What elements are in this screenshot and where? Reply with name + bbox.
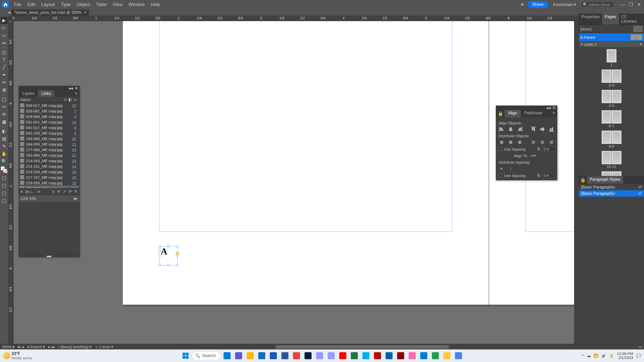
tool-direct-selection[interactable]: ▷ [1, 24, 8, 31]
paragraph-styles-list[interactable]: [Basic Paragraph]+⏎[Basic Paragraph]+⏎ [579, 184, 644, 197]
dist-left-icon[interactable]: ▥ [530, 139, 536, 145]
align-left-icon[interactable] [499, 126, 505, 132]
tab-expand-icon[interactable]: ▸ [8, 9, 12, 16]
align-top-icon[interactable] [530, 126, 536, 132]
pages-thumbnails[interactable]: 12-34-56-78-910-1112-1314-15 [579, 47, 644, 180]
link-row[interactable]: 154-083_ME copy.jpg26 [19, 136, 79, 141]
taskbar-app-4[interactable] [268, 351, 278, 361]
use-spacing-checkbox[interactable] [499, 147, 502, 151]
menu-edit[interactable]: Edit [24, 2, 38, 7]
tray-wifi-icon[interactable]: 📶 [594, 353, 598, 358]
document-canvas[interactable]: A [14, 21, 579, 349]
taskbar-app-17[interactable] [419, 351, 429, 361]
section-menu-icon[interactable]: ▾ [640, 42, 642, 47]
taskbar-app-14[interactable] [384, 351, 394, 361]
taskbar-app-15[interactable] [395, 351, 406, 361]
spread-thumb[interactable]: 1 [607, 49, 617, 67]
dist-top-icon[interactable]: ▦ [499, 139, 505, 145]
tool-scissors[interactable]: ✂ [1, 103, 8, 110]
align-right-icon[interactable] [517, 126, 523, 132]
links-prev-icon[interactable]: ◂ [20, 189, 22, 194]
link-row[interactable]: 031-021_ME copy.jpg14 [19, 119, 79, 125]
align-to-dropdown[interactable]: ▭▾ [530, 153, 536, 159]
master-row[interactable]: [None] [579, 25, 644, 33]
links-page-col-icon[interactable]: ▭ [73, 97, 78, 102]
frame-handle-sw[interactable] [159, 264, 161, 266]
link-page[interactable]: 33 [70, 159, 76, 163]
tool-content-collector[interactable]: ◫ [1, 49, 8, 56]
link-row[interactable]: 164-095_ME copy.jpg11 [19, 141, 79, 147]
link-page[interactable]: 3 [70, 131, 76, 135]
links-header-name[interactable]: Name [20, 98, 63, 102]
menu-layout[interactable]: Layout [38, 2, 58, 7]
link-row[interactable]: 177-083_ME copy.jpg34 [19, 147, 79, 152]
menu-window[interactable]: Window [126, 2, 148, 7]
paragraph-styles-tab[interactable]: Paragraph Styles [587, 176, 623, 184]
link-page[interactable]: 24 [70, 164, 76, 168]
para-lock-icon[interactable]: 🔒 [579, 176, 587, 184]
update-link-icon[interactable]: ⟳ [69, 189, 72, 194]
tray-volume-icon[interactable]: 🔊 [601, 353, 606, 358]
panel-collapse-icon[interactable]: ◂◂ [68, 85, 73, 91]
page-thumb[interactable] [601, 151, 612, 164]
menu-file[interactable]: File [11, 2, 24, 7]
tool-gradient-swatch[interactable]: ▦ [1, 118, 8, 125]
page-thumb[interactable] [612, 69, 622, 83]
paragraph-style-row[interactable]: [Basic Paragraph]+⏎ [579, 184, 644, 190]
link-row[interactable]: 217-157_ME copy.jpg28 [19, 174, 79, 180]
paragraph-style-row[interactable]: [Basic Paragraph]+⏎ [579, 190, 644, 197]
link-row[interactable]: 028-017_ME copy.jpg35 [19, 103, 79, 108]
link-page[interactable]: 22 [70, 153, 76, 157]
notifications-icon[interactable]: 💬 [636, 353, 641, 358]
panel-collapse-icon[interactable]: ◂◂ [546, 105, 551, 111]
page-field[interactable]: A-Parent▾ [25, 344, 47, 349]
dist-vcenter-icon[interactable]: ▦ [508, 139, 514, 145]
link-info-header[interactable]: Link Info ◂ ▸ [19, 195, 79, 202]
page-thumb[interactable] [612, 90, 622, 103]
tool-screen-mode[interactable]: ▢ [1, 197, 8, 204]
dist-hspace-icon[interactable]: ⫶ [508, 165, 514, 171]
taskbar-clock[interactable]: 12:09 PM 2/1/2023 [617, 352, 633, 360]
dist-vspace-icon[interactable]: ⫸ [499, 165, 505, 171]
tool-page[interactable]: ▭ [1, 32, 8, 39]
link-row[interactable]: 214-101_ME copy.jpg24 [19, 163, 79, 169]
window-minimize[interactable]: — [620, 2, 626, 7]
tool-eyedropper[interactable]: ✎ [1, 143, 8, 150]
taskbar-app-0[interactable] [222, 351, 232, 361]
taskbar-app-10[interactable] [338, 351, 348, 361]
pages-section-header[interactable]: ▾ Letter V ▾ [579, 41, 644, 47]
page-last-icon[interactable]: ⏭ [51, 345, 55, 349]
page-thumb[interactable] [601, 90, 612, 103]
links-status-col-icon[interactable]: ⚠ [63, 97, 68, 102]
tool-gradient-feather[interactable]: ◐ [1, 128, 8, 135]
taskbar-search[interactable]: 🔍Search [192, 351, 221, 360]
link-page[interactable]: 28 [70, 175, 76, 179]
link-page[interactable]: 29 [70, 170, 76, 174]
page-thumb[interactable] [601, 130, 612, 144]
taskbar-app-11[interactable] [349, 351, 359, 361]
link-info-next-icon[interactable]: ▸ [75, 196, 77, 201]
frame-handle-s[interactable] [168, 264, 170, 266]
frame-in-port[interactable] [158, 249, 161, 252]
preflight-errors[interactable]: ●1 error▾ [94, 344, 115, 349]
link-page[interactable]: 35 [70, 103, 76, 108]
taskbar-app-2[interactable] [245, 351, 255, 361]
screen-mode-icon[interactable]: ▭ [636, 345, 644, 349]
workspace-switcher[interactable]: Essentials ▾ [551, 2, 578, 8]
link-row[interactable]: 182-085_ME copy.jpg22 [19, 152, 79, 158]
taskbar-app-7[interactable] [303, 351, 313, 361]
tool-line[interactable]: ╱ [1, 64, 8, 71]
link-page[interactable]: 26 [70, 137, 76, 141]
spread-thumb[interactable]: 8-9 [601, 130, 622, 148]
tool-rectangle-frame[interactable]: ⊠ [1, 86, 8, 94]
tool-type[interactable]: T [1, 56, 8, 63]
panel-menu-icon[interactable]: ≡ [73, 90, 79, 97]
relink-icon[interactable]: ⟲ [57, 189, 60, 194]
panel-menu-icon[interactable]: ≡ [551, 110, 557, 117]
taskbar-app-5[interactable] [280, 351, 290, 361]
spread-thumb[interactable]: 4-5 [601, 90, 622, 108]
tool-apply-gradient[interactable]: ▢ [1, 182, 8, 189]
tray-chevron-icon[interactable]: ^ [582, 354, 584, 358]
menu-help[interactable]: Help [148, 2, 163, 7]
link-info-prev-icon[interactable]: ◂ [73, 196, 75, 201]
